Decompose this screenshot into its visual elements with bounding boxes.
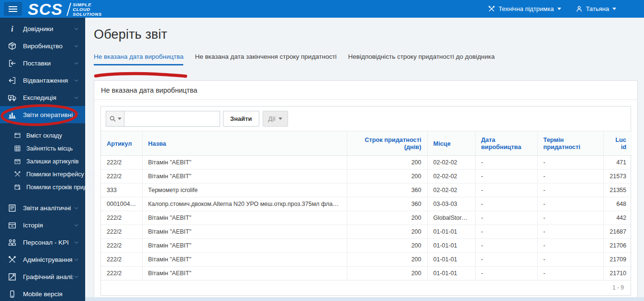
report-table: АртикулНазваСтрок придатності (днів)Місц… bbox=[101, 131, 632, 280]
table-cell: 222/2 bbox=[101, 239, 142, 253]
table-cell: 222/2 bbox=[101, 211, 142, 225]
table-row[interactable]: 222/2Вітамін "АЕВІТ"20002-02-02--21573 bbox=[101, 170, 632, 183]
table-cell: 360 bbox=[347, 197, 427, 211]
caret-down-icon bbox=[118, 118, 122, 120]
sidebar-item-shipments[interactable]: Відвантаження bbox=[0, 72, 85, 89]
table-cell: 02-02-02 bbox=[427, 156, 475, 170]
sidebar-item-graphic-analysis[interactable]: Графічний аналіз bbox=[0, 268, 85, 285]
sidebar-item-label: Історія bbox=[23, 222, 73, 229]
box-icon bbox=[14, 158, 21, 165]
table-cell: - bbox=[537, 267, 603, 280]
calendar-x-icon bbox=[14, 183, 21, 191]
hamburger-icon bbox=[9, 6, 17, 7]
chevron-down-icon bbox=[73, 205, 79, 211]
table-cell: 200 bbox=[347, 267, 427, 280]
bar-chart-icon bbox=[8, 110, 17, 119]
person-icon bbox=[576, 5, 583, 12]
tab-no-expiry-end-date[interactable]: Не вказана дата закінчення строку придат… bbox=[195, 53, 336, 65]
sidebar-subitem-warehouse-content[interactable]: Вміст складу bbox=[0, 129, 85, 142]
sidebar-item-production[interactable]: Виробництво bbox=[0, 37, 85, 54]
archive-box-icon bbox=[8, 221, 17, 230]
table-row[interactable]: 222/2Вітамін "АЕВІТ"200GlobalStorage--44… bbox=[101, 211, 632, 225]
table-row[interactable]: 222/2Вітамін "АЕВІТ"20001-01-01--21709 bbox=[101, 253, 632, 267]
sidebar-nav: iДовідникиВиробництвоПоставкиВідвантажен… bbox=[0, 18, 85, 301]
app-logo[interactable]: SCS SIMPLE CLOUD SOLUTIONS bbox=[28, 1, 102, 17]
table-cell: GlobalStorage bbox=[427, 211, 475, 225]
table-cell: 02-02-02 bbox=[427, 183, 475, 197]
find-button[interactable]: Знайти bbox=[223, 111, 259, 127]
support-menu[interactable]: Технічна підтримка bbox=[488, 5, 561, 12]
table-row[interactable]: 222/2Вітамін "АЕВІТ"20001-01-01--21687 bbox=[101, 225, 632, 239]
sidebar-item-operational-reports[interactable]: Звіти оперативні bbox=[0, 106, 85, 123]
sidebar-item-personnel-kpi[interactable]: Персонал - KPI bbox=[0, 234, 85, 251]
table-body: 222/2Вітамін "АЕВІТ"20002-02-02--471222/… bbox=[101, 156, 632, 280]
table-row[interactable]: 222/2Вітамін "АЕВІТ"20002-02-02--471 bbox=[101, 156, 632, 170]
sidebar-item-mobile-version[interactable]: Mobile версія bbox=[0, 285, 85, 301]
sidebar-item-supplies[interactable]: Поставки bbox=[0, 54, 85, 72]
sidebar-subitem-label: Помилки строків придат... bbox=[26, 184, 97, 191]
table-cell: - bbox=[537, 170, 603, 183]
report-doc-icon bbox=[8, 204, 17, 213]
chevron-down-icon bbox=[73, 257, 79, 263]
sidebar-item-expedition[interactable]: Експедиція bbox=[0, 89, 85, 106]
sidebar-item-directories[interactable]: iДовідники bbox=[0, 20, 85, 37]
column-header[interactable]: Місце bbox=[427, 131, 475, 156]
sidebar-subitem-expiry-errors[interactable]: Помилки строків придат... bbox=[0, 181, 85, 194]
column-header[interactable]: Артикул bbox=[101, 131, 142, 156]
table-cell: 200 bbox=[347, 211, 427, 225]
chevron-down-icon bbox=[73, 77, 79, 84]
column-header[interactable]: Термін придатності bbox=[537, 131, 603, 156]
table-cell: 442 bbox=[603, 211, 632, 225]
search-column-selector-button[interactable] bbox=[106, 111, 124, 127]
actions-button[interactable]: Дії bbox=[263, 111, 288, 127]
table-row[interactable]: 222/2Вітамін "АЕВІТ"20001-01-01--21706 bbox=[101, 239, 632, 253]
sidebar-subitem-places-occupancy[interactable]: Зайнятість місць bbox=[0, 142, 85, 155]
report-card: Не вказана дата виробництва Знайти Дії bbox=[94, 80, 638, 297]
table-cell: 01-01-01 bbox=[427, 239, 475, 253]
column-header[interactable]: Luc id bbox=[603, 131, 632, 156]
hamburger-menu-button[interactable] bbox=[4, 2, 22, 16]
sidebar-item-history[interactable]: Історія bbox=[0, 216, 85, 234]
table-cell: Вітамін "АЕВІТ" bbox=[142, 253, 347, 267]
table-cell: 200 bbox=[347, 170, 427, 183]
column-header[interactable]: Назва bbox=[142, 131, 347, 156]
table-cell: - bbox=[537, 197, 603, 211]
column-header[interactable]: Строк придатності (днів) bbox=[347, 131, 427, 156]
table-row[interactable]: 222/2Вітамін "АЕВІТ"20001-01-01--21710 bbox=[101, 267, 632, 280]
table-cell: 471 bbox=[603, 156, 632, 170]
table-cell: 222/2 bbox=[101, 156, 142, 170]
search-toolbar: Знайти Дії bbox=[101, 107, 631, 131]
table-cell: - bbox=[537, 156, 603, 170]
user-menu[interactable]: Татьяна bbox=[576, 5, 616, 12]
table-cell: 222/2 bbox=[101, 253, 142, 267]
table-row[interactable]: 333Термометр icrolife36002-02-02--21355 bbox=[101, 183, 632, 197]
table-cell: 000100442 bbox=[101, 197, 142, 211]
table-cell: Вітамін "АЕВІТ" bbox=[142, 211, 347, 225]
sidebar-item-administration[interactable]: Адміністрування bbox=[0, 251, 85, 268]
table-row[interactable]: 000100442Калопр.стомич.двоком.Alterna N2… bbox=[101, 197, 632, 211]
table-cell: Вітамін "АЕВІТ" bbox=[142, 225, 347, 239]
sidebar-item-label: Експедиція bbox=[23, 94, 73, 101]
search-input[interactable] bbox=[124, 111, 220, 127]
column-header[interactable]: Дата виробництва bbox=[475, 131, 537, 156]
tab-expiry-mismatch[interactable]: Невідповідність строку придатності до до… bbox=[348, 53, 495, 65]
sidebar-subitem-label: Залишки артикулів bbox=[26, 158, 78, 165]
sidebar-subitem-label: Зайнятість місць bbox=[26, 145, 73, 152]
table-header-row: АртикулНазваСтрок придатності (днів)Місц… bbox=[101, 131, 632, 156]
sidebar-item-label: Звіти аналітичні bbox=[23, 204, 73, 212]
chevron-down-icon bbox=[73, 60, 79, 66]
table-cell: 21573 bbox=[603, 170, 632, 183]
topbar: SCS SIMPLE CLOUD SOLUTIONS Технічна підт… bbox=[0, 0, 644, 18]
table-cell: 21687 bbox=[603, 225, 632, 239]
sidebar-subitem-interface-errors[interactable]: Помилки інтерфейсу об... bbox=[0, 168, 85, 181]
table-cell: - bbox=[475, 239, 537, 253]
table-cell: 200 bbox=[347, 225, 427, 239]
table-cell: Вітамін "АЕВІТ" bbox=[142, 156, 347, 170]
table-cell: Термометр icrolife bbox=[142, 183, 347, 197]
report-card-title: Не вказана дата виробництва bbox=[94, 81, 637, 100]
tab-no-production-date[interactable]: Не вказана дата виробництва bbox=[94, 53, 183, 65]
sidebar-item-label: Графічний аналіз bbox=[23, 273, 73, 280]
sidebar-subitem-article-remains[interactable]: Залишки артикулів bbox=[0, 155, 85, 168]
table-cell: 21709 bbox=[603, 253, 632, 267]
sidebar-item-analytical-reports[interactable]: Звіти аналітичні bbox=[0, 199, 85, 216]
